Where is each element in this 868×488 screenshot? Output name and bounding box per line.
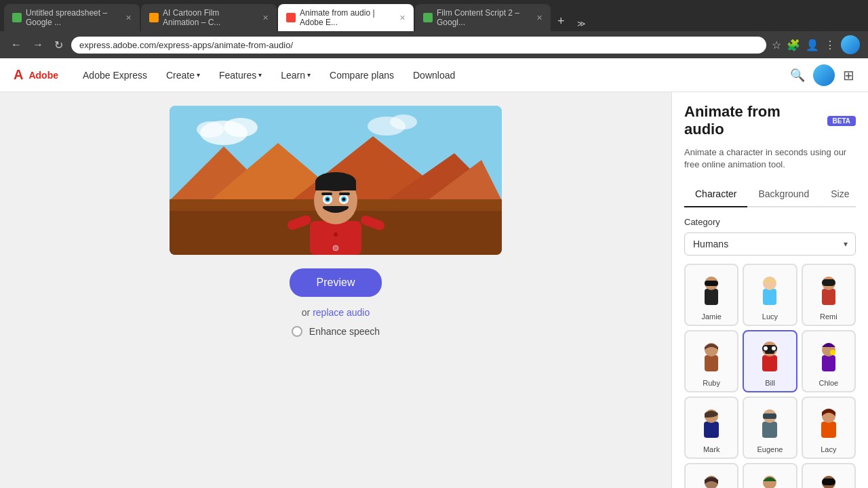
tab-favicon-4 <box>423 13 433 22</box>
create-dropdown-icon: ▾ <box>197 71 200 79</box>
enhance-speech-label: Enhance speech <box>309 326 380 337</box>
jamie-label: Jamie <box>690 312 733 321</box>
scene-svg <box>170 106 502 255</box>
character-card-bill[interactable]: Bill <box>743 330 797 392</box>
nav-compare-plans[interactable]: Compare plans <box>321 66 402 85</box>
right-panel: Animate from audio BETA Animate a charac… <box>671 92 868 488</box>
character-card-remi[interactable]: Remi <box>802 264 856 326</box>
mark-label: Mark <box>690 445 733 453</box>
browser-tab-1[interactable]: Untitled spreadsheet – Google ... ✕ <box>4 4 140 31</box>
account-icon[interactable]: 👤 <box>806 39 819 52</box>
remi-label: Remi <box>807 312 850 321</box>
svg-rect-45 <box>765 351 774 354</box>
svg-rect-25 <box>324 206 347 210</box>
svg-rect-32 <box>705 289 718 305</box>
tab-character[interactable]: Character <box>684 182 747 207</box>
character-card-eugene[interactable]: Eugene <box>743 396 797 459</box>
user-profile-avatar[interactable] <box>813 64 835 86</box>
adobe-logo-icon: A <box>14 67 23 83</box>
chloe-label: Chloe <box>807 379 850 387</box>
lacy-icon <box>812 403 845 442</box>
adobe-brand-text[interactable]: Adobe <box>28 70 58 81</box>
browser-tab-4[interactable]: Film Content Script 2 – Googl... ✕ <box>415 4 551 31</box>
tab-size[interactable]: Size <box>820 182 860 207</box>
extensions-icon[interactable]: 🧩 <box>787 39 800 52</box>
character-grid: Jamie Lucy <box>684 264 856 488</box>
svg-rect-26 <box>321 192 332 195</box>
character-card-jamie[interactable]: Jamie <box>684 264 738 326</box>
tab-favicon-1 <box>12 13 22 22</box>
browser-tab-3[interactable]: Animate from audio | Adobe E... ✕ <box>278 4 414 31</box>
svg-point-31 <box>333 245 338 251</box>
nav-adobe-express[interactable]: Adobe Express <box>75 66 155 85</box>
character-card-chloe[interactable]: Chloe <box>802 330 856 392</box>
menu-icon[interactable]: ⋮ <box>825 39 835 52</box>
character-card-11[interactable] <box>743 463 797 488</box>
bookmark-icon[interactable]: ☆ <box>772 39 781 52</box>
preview-button[interactable]: Preview <box>290 268 382 297</box>
svg-rect-64 <box>822 479 835 485</box>
bill-icon <box>753 336 786 375</box>
app-navigation: A Adobe Adobe Express Create ▾ Features … <box>0 58 868 92</box>
svg-rect-55 <box>763 413 776 419</box>
jamie-icon <box>695 270 728 309</box>
tab-background[interactable]: Background <box>747 182 820 207</box>
category-select[interactable]: Humans Animals Fantasy Robots <box>684 232 856 256</box>
enhance-speech-radio[interactable] <box>292 326 302 337</box>
eugene-icon <box>753 403 786 442</box>
svg-rect-40 <box>705 355 718 371</box>
svg-rect-34 <box>705 281 718 286</box>
panel-subtitle: Animate a character in seconds using our… <box>684 146 856 171</box>
nav-download[interactable]: Download <box>405 66 463 85</box>
character-card-mark[interactable]: Mark <box>684 396 738 459</box>
char11-icon <box>753 469 786 488</box>
tab-close-2[interactable]: ✕ <box>262 14 269 22</box>
svg-rect-35 <box>763 289 776 305</box>
tab-close-3[interactable]: ✕ <box>399 14 406 22</box>
tab-overflow-indicator[interactable]: ≫ <box>572 16 591 31</box>
profile-avatar[interactable] <box>841 35 860 54</box>
nav-features[interactable]: Features ▾ <box>211 66 270 85</box>
ruby-icon <box>695 336 728 375</box>
canvas-area <box>170 106 502 255</box>
browser-tab-2[interactable]: AI Cartoon Film Animation – C... ✕ <box>141 4 277 31</box>
character-card-10[interactable] <box>684 463 738 488</box>
tab-close-1[interactable]: ✕ <box>125 14 132 22</box>
tab-label-1: Untitled spreadsheet – Google ... <box>26 8 119 27</box>
tab-close-4[interactable]: ✕ <box>536 14 542 22</box>
replace-audio-link[interactable]: replace audio <box>313 307 370 318</box>
nav-learn[interactable]: Learn ▾ <box>273 66 319 85</box>
char10-icon <box>695 469 728 488</box>
new-tab-button[interactable]: + <box>552 12 570 31</box>
remi-icon <box>812 270 845 309</box>
lacy-label: Lacy <box>807 445 850 453</box>
back-button[interactable]: ← <box>8 37 24 52</box>
svg-point-5 <box>390 115 417 129</box>
nav-create[interactable]: Create ▾ <box>158 66 208 85</box>
chloe-icon <box>812 336 845 375</box>
beta-badge: BETA <box>827 116 856 126</box>
svg-rect-37 <box>822 289 835 305</box>
reload-button[interactable]: ↻ <box>52 37 66 53</box>
learn-dropdown-icon: ▾ <box>307 71 311 79</box>
apps-grid-icon[interactable]: ⊞ <box>843 67 854 83</box>
panel-tabs: Character Background Size <box>684 182 856 207</box>
tab-label-3: Animate from audio | Adobe E... <box>300 8 393 27</box>
lucy-label: Lucy <box>748 312 791 321</box>
svg-point-47 <box>772 346 776 350</box>
replace-audio-row: or replace audio <box>302 307 370 318</box>
forward-button[interactable]: → <box>30 37 46 52</box>
character-card-ruby[interactable]: Ruby <box>684 330 738 392</box>
character-card-lacy[interactable]: Lacy <box>802 396 856 459</box>
character-card-lucy[interactable]: Lucy <box>743 264 797 326</box>
lucy-icon <box>753 270 786 309</box>
mark-icon <box>695 403 728 442</box>
tab-favicon-3 <box>286 13 296 22</box>
char12-icon <box>812 469 845 488</box>
search-icon[interactable]: 🔍 <box>790 68 805 83</box>
character-card-12[interactable] <box>802 463 856 488</box>
svg-point-3 <box>197 121 224 138</box>
canvas-preview <box>170 106 502 255</box>
address-input[interactable] <box>71 37 766 54</box>
svg-rect-42 <box>762 355 777 371</box>
